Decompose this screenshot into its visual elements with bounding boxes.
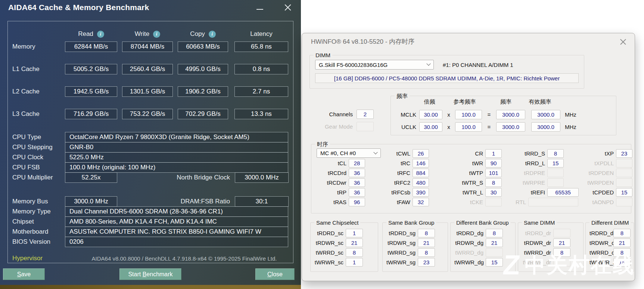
timing-value: 15 <box>616 188 632 197</box>
field-tWRPDEN: tWRPDEN <box>578 178 632 187</box>
row-label: CPU Type <box>12 133 65 141</box>
group-title: Different DIMM <box>589 219 631 226</box>
start-benchmark-button[interactable]: Start Benchmark <box>119 268 181 280</box>
field-tWRRD_dg: tWRRD_dg <box>454 248 503 257</box>
group-title: Same Chipselect <box>314 219 360 226</box>
timing-label: tWRRD_sc <box>314 249 343 256</box>
timing-value: 36 <box>349 169 365 177</box>
timing-value: 1 <box>346 258 363 267</box>
l2-read-value: 1942.5 GB/s <box>65 86 117 97</box>
field-tRDWR_sg: tRDWR_sg21 <box>386 239 435 247</box>
close-icon[interactable] <box>619 38 627 46</box>
group-title: Same Bank Group <box>386 219 436 226</box>
field-tAONPD: tAONPD <box>578 198 632 206</box>
cpu-fsb-row: CPU FSB 100.0 MHz (original: 100 MHz) <box>12 162 289 173</box>
field-tRDPRE: tRDPRE <box>510 169 564 177</box>
timing-label: tWRWR_dd <box>589 259 611 265</box>
group-title: Same DIMM <box>522 219 557 226</box>
timing-value: 146 <box>413 159 429 167</box>
close-icon[interactable] <box>284 3 292 12</box>
field-tRDWR_dg: tRDWR_dg21 <box>454 239 503 247</box>
timing-value <box>486 248 503 257</box>
timing-label: tRDRD_sc <box>314 230 343 236</box>
bench-row-l2: L2 Cache 1942.5 GB/s 1301.5 GB/s 1906.2 … <box>12 86 289 97</box>
timing-value: 8 <box>547 149 564 158</box>
timing-label: tFAW <box>379 199 410 205</box>
row-label: Memory Bus <box>12 198 65 205</box>
copy-header-label: Copy <box>190 30 205 38</box>
memory-controller-selected-value: MC #0, CH #0 <box>320 150 356 156</box>
timings-group: 时序 MC #0, CH #0 tCL28 tRCDrd36 tRCDwr36 … <box>311 144 631 213</box>
timing-label: tRC <box>379 160 410 166</box>
dimm-description-field: [16 GB] DDR5-6000 / PC5-48000 DDR5 SDRAM… <box>315 73 579 83</box>
field-tWRWR_sc: tWRWR_sc1 <box>314 258 363 267</box>
timing-label: tCL <box>317 160 346 166</box>
field-tREFI: tREFI65535 <box>510 188 579 197</box>
memory-controller-select[interactable]: MC #0, CH #0 <box>317 148 381 158</box>
same-dimm-group: Same DIMM tRDRD_dr tRDWR_dr21 tWRRD_dr8 … <box>518 222 584 272</box>
multiply-sign: x <box>442 124 455 130</box>
field-tFAW: tFAW32 <box>379 198 429 206</box>
l2-write-value: 1301.5 GB/s <box>122 86 173 97</box>
save-rest: ave <box>21 271 31 277</box>
read-info-icon[interactable]: i <box>97 31 104 38</box>
timing-value: 1 <box>485 149 502 158</box>
l1-copy-value: 4995.0 GB/s <box>178 64 228 74</box>
l3-latency-value: 13.3 ns <box>234 109 288 119</box>
timing-label: tRDPDEN <box>578 170 614 176</box>
timing-label: tRDWR_sg <box>386 240 416 246</box>
field-tRCDrd: tRCDrd36 <box>317 169 365 177</box>
timing-label: tRDWR_dd <box>589 240 611 246</box>
write-info-icon[interactable]: i <box>153 31 160 38</box>
read-column-header: Read i <box>65 30 117 38</box>
group-title: Different Bank Group <box>454 219 511 226</box>
dimm-select[interactable]: G.Skill F5-6000J2836G16G <box>315 60 434 70</box>
timing-label: tWRRD_dr <box>522 249 551 256</box>
field-tRRD_L: tRRD_L15 <box>510 159 564 167</box>
timing-value: 15 <box>547 159 564 167</box>
timing-value: 15 <box>613 258 631 267</box>
field-tWRRD_dd: tWRRD_dd8 <box>589 248 631 257</box>
field-tRFC: tRFC884 <box>379 169 429 177</box>
save-accel: S <box>17 271 21 277</box>
mclk-unit-label: MHz <box>565 111 576 118</box>
dram-fsb-ratio-label: DRAM:FSB Ratio <box>122 198 235 205</box>
different-dimm-group: Different DIMM tRDRD_dd8 tRDWR_dd21 tWRR… <box>585 222 634 272</box>
field-tXPDLL: tXPDLL <box>578 159 632 167</box>
timing-label: tRFC <box>379 170 410 176</box>
field-tRDWR_sc: tRDWR_sc21 <box>314 239 363 247</box>
timing-value: 36 <box>349 188 365 197</box>
bench-row-l1: L1 Cache 5005.2 GB/s 2560.4 GB/s 4995.0 … <box>12 64 289 74</box>
field-tWR: tWR90 <box>449 159 502 167</box>
bench-row-l3: L3 Cache 716.29 GB/s 753.22 GB/s 702.29 … <box>12 109 289 119</box>
close-button[interactable]: Close <box>255 268 295 280</box>
timing-label: tXPDLL <box>578 160 614 166</box>
mclk-label: MCLK <box>395 111 416 118</box>
field-tRDRD_dd: tRDRD_dd8 <box>589 229 631 237</box>
cpu-fsb-value: 100.0 MHz (original: 100 MHz) <box>65 162 288 173</box>
timing-label: tRDPRE <box>510 170 545 176</box>
l1-latency-value: 0.8 ns <box>234 64 288 74</box>
l1-write-value: 2560.4 GB/s <box>122 64 173 74</box>
field-CR: CR1 <box>449 149 502 158</box>
field-tCL: tCL28 <box>317 159 365 167</box>
timing-value <box>547 169 564 177</box>
timing-label: tXP <box>578 150 614 157</box>
timing-value: 1 <box>346 229 363 237</box>
channels-value: 2 <box>357 110 374 119</box>
timing-value: 480 <box>413 178 429 187</box>
mclk-ratio-value: 30.00 <box>419 110 442 119</box>
dimm-selected-value: G.Skill F5-6000J2836G16G <box>319 62 388 68</box>
row-label: Memory <box>12 43 65 50</box>
timing-value: 21 <box>553 239 570 247</box>
minimize-icon[interactable] <box>256 9 263 10</box>
timing-label: tCWL <box>379 150 410 157</box>
aida64-window-title: AIDA64 Cache & Memory Benchmark <box>8 3 149 12</box>
timing-value <box>547 178 564 187</box>
timing-value: 26 <box>413 149 429 158</box>
dram-fsb-ratio-value: 30:1 <box>235 196 289 207</box>
chevron-down-icon <box>426 62 430 66</box>
timing-label: CR <box>449 150 483 157</box>
save-button[interactable]: Save <box>3 268 45 280</box>
copy-info-icon[interactable]: i <box>209 31 216 38</box>
